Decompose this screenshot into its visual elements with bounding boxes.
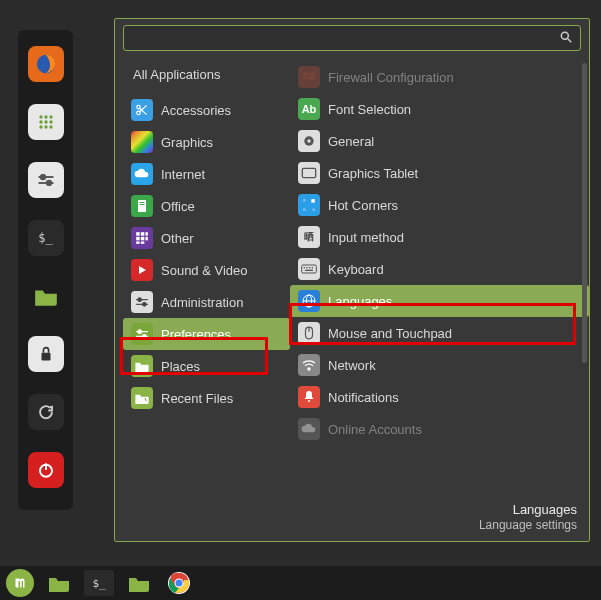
svg-line-18 xyxy=(568,39,572,43)
svg-point-7 xyxy=(39,125,42,128)
svg-rect-54 xyxy=(313,209,315,211)
svg-point-49 xyxy=(307,139,311,143)
svg-rect-57 xyxy=(306,267,307,268)
category-label: Office xyxy=(161,199,195,214)
svg-point-40 xyxy=(138,330,142,334)
dock-update-icon[interactable] xyxy=(28,394,64,430)
category-label: Places xyxy=(161,359,200,374)
category-places[interactable]: Places xyxy=(123,350,290,382)
svg-rect-46 xyxy=(303,76,307,79)
category-administration[interactable]: Administration xyxy=(123,286,290,318)
scissors-icon xyxy=(131,99,153,121)
category-internet[interactable]: Internet xyxy=(123,158,290,190)
grid-icon xyxy=(131,227,153,249)
app-label: Notifications xyxy=(328,390,399,405)
svg-rect-14 xyxy=(41,353,50,361)
svg-point-66 xyxy=(308,368,310,370)
app-graphics-tablet[interactable]: Graphics Tablet xyxy=(290,157,589,189)
dock-settings-icon[interactable] xyxy=(28,162,64,198)
svg-point-13 xyxy=(46,181,51,186)
taskbar-terminal-icon[interactable]: $_ xyxy=(84,570,114,596)
taskbar-folder-icon[interactable] xyxy=(124,570,154,596)
taskbar-mint-menu-icon[interactable] xyxy=(6,569,34,597)
category-label: Preferences xyxy=(161,327,231,342)
app-label: Online Accounts xyxy=(328,422,422,437)
category-graphics[interactable]: Graphics xyxy=(123,126,290,158)
category-office[interactable]: Office xyxy=(123,190,290,222)
slider-icon xyxy=(131,291,153,313)
play-icon xyxy=(131,259,153,281)
font-icon: Ab xyxy=(298,98,320,120)
dock-firefox-icon[interactable] xyxy=(28,46,64,82)
svg-rect-29 xyxy=(136,237,140,241)
category-recent-files[interactable]: Recent Files xyxy=(123,382,290,414)
globe-icon xyxy=(298,290,320,312)
app-label: Hot Corners xyxy=(328,198,398,213)
search-icon xyxy=(559,30,573,44)
svg-rect-59 xyxy=(312,267,313,268)
category-other[interactable]: Other xyxy=(123,222,290,254)
app-menu: All Applications Accessories Graphics In… xyxy=(114,18,590,542)
svg-rect-44 xyxy=(303,72,308,75)
tablet-icon xyxy=(298,162,320,184)
apps-column: Firewall ConfigurationAb Font Selection … xyxy=(290,55,589,496)
category-label: Internet xyxy=(161,167,205,182)
app-notifications[interactable]: Notifications xyxy=(290,381,589,413)
app-firewall-configuration[interactable]: Firewall Configuration xyxy=(290,61,589,93)
app-network[interactable]: Network xyxy=(290,349,589,381)
app-label: Keyboard xyxy=(328,262,384,277)
dock-apps-icon[interactable] xyxy=(28,104,64,140)
app-mouse-and-touchpad[interactable]: Mouse and Touchpad xyxy=(290,317,589,349)
app-hot-corners[interactable]: Hot Corners xyxy=(290,189,589,221)
category-preferences[interactable]: Preferences xyxy=(123,318,290,350)
svg-point-38 xyxy=(143,303,147,307)
category-accessories[interactable]: Accessories xyxy=(123,94,290,126)
folder-rc-icon xyxy=(131,387,153,409)
app-online-accounts[interactable]: Online Accounts xyxy=(290,413,589,445)
svg-rect-27 xyxy=(141,232,145,236)
svg-point-8 xyxy=(44,125,47,128)
categories-column: All Applications Accessories Graphics In… xyxy=(115,55,290,496)
category-label: Sound & Video xyxy=(161,263,248,278)
menu-footer: Languages Language settings xyxy=(115,496,589,541)
dock-files-icon[interactable] xyxy=(28,278,64,314)
scrollbar[interactable] xyxy=(582,63,587,363)
taskbar-files-icon[interactable] xyxy=(44,570,74,596)
category-label: Other xyxy=(161,231,194,246)
dock-terminal-icon[interactable]: $_ xyxy=(28,220,64,256)
taskbar-chrome-icon[interactable] xyxy=(164,570,194,596)
svg-rect-58 xyxy=(309,267,310,268)
svg-rect-24 xyxy=(140,202,145,203)
category-label: Accessories xyxy=(161,103,231,118)
category-label: Recent Files xyxy=(161,391,233,406)
cloud2-icon xyxy=(298,418,320,440)
dock-lock-icon[interactable] xyxy=(28,336,64,372)
svg-rect-31 xyxy=(146,237,148,241)
folder-icon xyxy=(131,355,153,377)
svg-point-42 xyxy=(143,335,147,339)
app-label: Graphics Tablet xyxy=(328,166,418,181)
taskbar: $_ xyxy=(0,566,601,600)
app-keyboard[interactable]: Keyboard xyxy=(290,253,589,285)
svg-rect-32 xyxy=(136,242,140,244)
svg-point-9 xyxy=(49,125,52,128)
app-languages[interactable]: Languages xyxy=(290,285,589,317)
svg-rect-33 xyxy=(141,242,145,244)
plank-dock: $_ xyxy=(18,30,73,510)
app-general[interactable]: General xyxy=(290,125,589,157)
app-input-method[interactable]: 晒 Input method xyxy=(290,221,589,253)
keyboard-icon xyxy=(298,258,320,280)
category-sound-video[interactable]: Sound & Video xyxy=(123,254,290,286)
search-input[interactable] xyxy=(123,25,581,51)
app-label: Languages xyxy=(328,294,392,309)
wifi-icon xyxy=(298,354,320,376)
all-applications[interactable]: All Applications xyxy=(123,61,290,94)
dock-power-icon[interactable] xyxy=(28,452,64,488)
app-font-selection[interactable]: Ab Font Selection xyxy=(290,93,589,125)
svg-rect-50 xyxy=(302,168,315,177)
svg-rect-45 xyxy=(310,72,315,75)
svg-rect-56 xyxy=(304,267,305,268)
category-label: Graphics xyxy=(161,135,213,150)
svg-rect-55 xyxy=(302,265,317,273)
svg-rect-30 xyxy=(141,237,145,241)
